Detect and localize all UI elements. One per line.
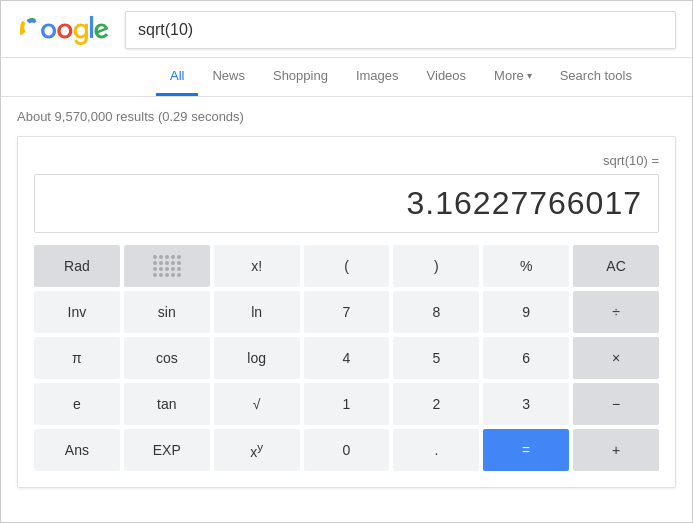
btn-decimal[interactable]: . <box>393 429 479 471</box>
calculator-grid: Rad x! ( ) % AC Inv sin ln 7 8 9 ÷ π cos… <box>34 245 659 471</box>
btn-8[interactable]: 8 <box>393 291 479 333</box>
btn-inv[interactable]: Inv <box>34 291 120 333</box>
search-input[interactable] <box>125 11 676 49</box>
btn-add[interactable]: + <box>573 429 659 471</box>
btn-e[interactable]: e <box>34 383 120 425</box>
btn-multiply[interactable]: × <box>573 337 659 379</box>
btn-pi[interactable]: π <box>34 337 120 379</box>
tab-search-tools[interactable]: Search tools <box>546 58 646 96</box>
btn-equals[interactable]: = <box>483 429 569 471</box>
btn-3[interactable]: 3 <box>483 383 569 425</box>
btn-percent[interactable]: % <box>483 245 569 287</box>
btn-sin[interactable]: sin <box>124 291 210 333</box>
calculator-card: sqrt(10) = 3.16227766017 Rad x! ( ) % AC… <box>17 136 676 488</box>
tab-more[interactable]: More ▾ <box>480 58 546 96</box>
expression-label: sqrt(10) = <box>34 153 659 168</box>
calculator-display: 3.16227766017 <box>34 174 659 233</box>
btn-log[interactable]: log <box>214 337 300 379</box>
btn-exp[interactable]: EXP <box>124 429 210 471</box>
btn-9[interactable]: 9 <box>483 291 569 333</box>
tab-images[interactable]: Images <box>342 58 413 96</box>
tab-shopping[interactable]: Shopping <box>259 58 342 96</box>
btn-tan[interactable]: tan <box>124 383 210 425</box>
btn-cos[interactable]: cos <box>124 337 210 379</box>
tab-videos[interactable]: Videos <box>413 58 481 96</box>
btn-divide[interactable]: ÷ <box>573 291 659 333</box>
btn-5[interactable]: 5 <box>393 337 479 379</box>
btn-6[interactable]: 6 <box>483 337 569 379</box>
btn-1[interactable]: 1 <box>304 383 390 425</box>
btn-factorial[interactable]: x! <box>214 245 300 287</box>
btn-open-paren[interactable]: ( <box>304 245 390 287</box>
btn-rad[interactable]: Rad <box>34 245 120 287</box>
btn-sqrt[interactable]: √ <box>214 383 300 425</box>
tab-all[interactable]: All <box>156 58 198 96</box>
btn-power[interactable]: xy <box>214 429 300 471</box>
result-count: About 9,570,000 results (0.29 seconds) <box>1 97 692 132</box>
tab-news[interactable]: News <box>198 58 259 96</box>
btn-ans[interactable]: Ans <box>34 429 120 471</box>
chevron-down-icon: ▾ <box>527 70 532 81</box>
btn-0[interactable]: 0 <box>304 429 390 471</box>
btn-subtract[interactable]: − <box>573 383 659 425</box>
btn-2[interactable]: 2 <box>393 383 479 425</box>
btn-ac[interactable]: AC <box>573 245 659 287</box>
nav-tabs: All News Shopping Images Videos More ▾ S… <box>1 58 692 97</box>
google-logo <box>17 14 109 47</box>
btn-4[interactable]: 4 <box>304 337 390 379</box>
header <box>1 1 692 58</box>
btn-dots[interactable] <box>124 245 210 287</box>
btn-ln[interactable]: ln <box>214 291 300 333</box>
btn-close-paren[interactable]: ) <box>393 245 479 287</box>
btn-7[interactable]: 7 <box>304 291 390 333</box>
